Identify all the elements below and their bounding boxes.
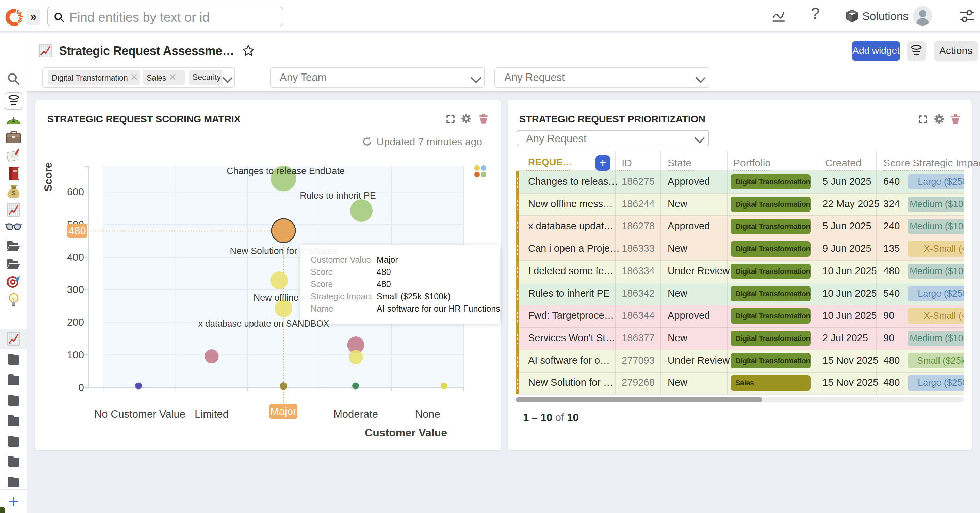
- svg-text:$: $: [12, 190, 15, 197]
- svg-text:480: 480: [68, 225, 86, 237]
- svg-text:400: 400: [67, 251, 84, 263]
- svg-text:300: 300: [67, 284, 84, 295]
- svg-text:200: 200: [67, 316, 84, 327]
- svg-text:Moderate: Moderate: [334, 408, 378, 420]
- svg-text:Changes to release EndDate: Changes to release EndDate: [227, 166, 345, 176]
- svg-text:Rules to inherit PE: Rules to inherit PE: [300, 191, 376, 201]
- svg-text:0: 0: [78, 382, 84, 393]
- svg-text:No Customer Value: No Customer Value: [94, 408, 185, 420]
- svg-text:Limited: Limited: [195, 408, 229, 420]
- svg-text:600: 600: [67, 186, 84, 197]
- svg-text:Customer Value: Customer Value: [365, 427, 447, 439]
- svg-text:Major: Major: [270, 405, 297, 418]
- svg-text:None: None: [415, 408, 440, 420]
- svg-text:100: 100: [67, 349, 84, 360]
- svg-text:Score: Score: [42, 162, 54, 192]
